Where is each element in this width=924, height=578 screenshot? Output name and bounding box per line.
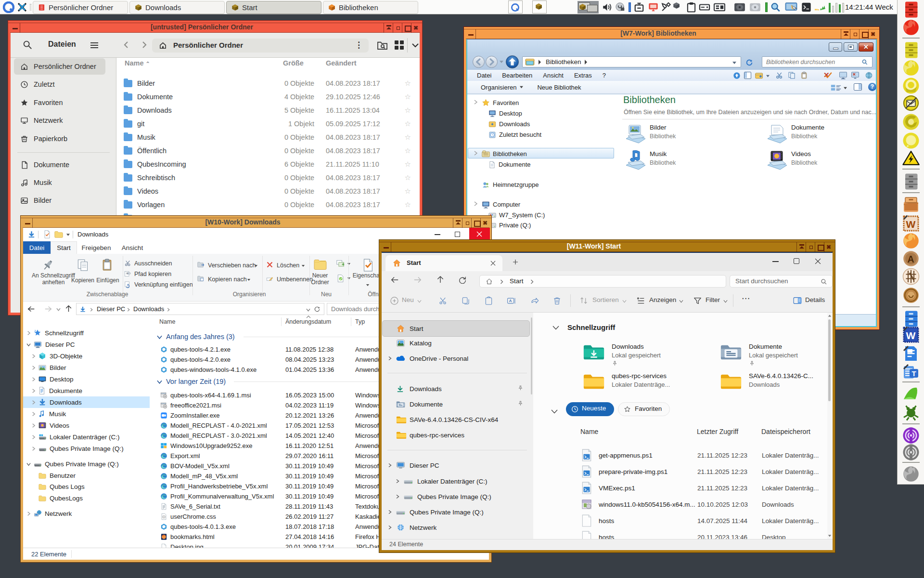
svg-text:W: W — [127, 273, 128, 275]
svg-text:W: W — [906, 330, 916, 341]
svg-text:A: A — [908, 254, 914, 264]
svg-text:T: T — [912, 369, 916, 378]
svg-text:W: W — [906, 219, 916, 230]
